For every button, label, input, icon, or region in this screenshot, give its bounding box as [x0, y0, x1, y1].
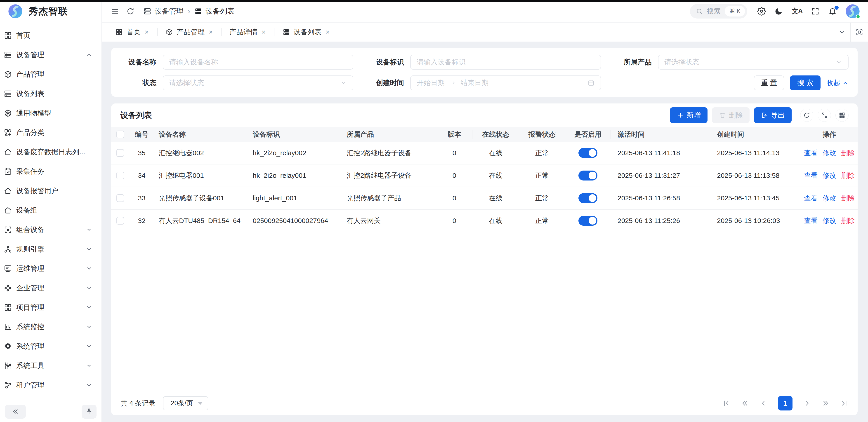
breadcrumb-item-device-list[interactable]: 设备列表 — [194, 6, 235, 16]
delete-link[interactable]: 删除 — [841, 216, 855, 225]
sidebar-item[interactable]: 产品管理 — [4, 66, 98, 82]
column-settings-button[interactable] — [835, 109, 848, 122]
enabled-toggle[interactable] — [579, 170, 597, 181]
add-button[interactable]: 新增 — [670, 107, 708, 123]
enabled-toggle[interactable] — [579, 193, 597, 203]
sidebar-item[interactable]: 设备报警用户 — [4, 183, 98, 199]
cell-product: 光照传感器子产品 — [342, 187, 436, 209]
search-button[interactable]: 搜 索 — [790, 75, 820, 90]
tab-close-icon[interactable]: × — [209, 28, 213, 36]
settings-button[interactable] — [757, 7, 766, 15]
sidebar-item[interactable]: 设备组 — [4, 202, 98, 218]
row-checkbox[interactable] — [116, 149, 124, 157]
delete-button[interactable]: 删除 — [712, 107, 749, 123]
prev-page-button[interactable] — [760, 399, 767, 407]
sidebar-item[interactable]: 规则引擎 — [4, 241, 98, 257]
view-link[interactable]: 查看 — [804, 149, 817, 158]
tab-list-dropdown-button[interactable] — [833, 23, 850, 41]
language-button[interactable]: 文A — [792, 6, 802, 16]
export-button[interactable]: 导出 — [754, 107, 792, 123]
sidebar-item[interactable]: 通用物模型 — [4, 105, 98, 121]
view-link[interactable]: 查看 — [804, 216, 817, 225]
sidebar-pin-button[interactable] — [82, 404, 96, 419]
device-key-input[interactable] — [410, 55, 601, 70]
filter-device-key: 设备标识 — [368, 55, 601, 70]
collapse-filter-link[interactable]: 收起 — [827, 78, 848, 88]
next-page-button[interactable] — [803, 399, 811, 407]
page-refresh-button[interactable] — [126, 7, 135, 15]
column-header-created: 创建时间 — [710, 127, 801, 142]
tab-close-icon[interactable]: × — [261, 28, 266, 36]
tab[interactable]: 首页 × — [107, 23, 157, 41]
sidebar-item[interactable]: 系统工具 — [4, 358, 98, 374]
cell-alarm-status: 正常 — [519, 142, 565, 164]
product-select[interactable]: 请选择状态 — [658, 55, 848, 70]
sidebar-item[interactable]: 企业管理 — [4, 280, 98, 296]
column-header-alarm: 报警状态 — [519, 127, 565, 142]
tab[interactable]: 设备列表 × — [274, 23, 338, 41]
sidebar-item[interactable]: 项目管理 — [4, 299, 98, 315]
edit-link[interactable]: 修改 — [823, 149, 836, 158]
sidebar-toggle-button[interactable] — [111, 7, 119, 15]
device-name-input[interactable] — [163, 55, 353, 70]
tab[interactable]: 产品详情 × — [221, 23, 274, 41]
date-range-picker[interactable]: 开始日期 结束日期 — [410, 75, 601, 90]
view-link[interactable]: 查看 — [804, 171, 817, 180]
enabled-toggle[interactable] — [579, 216, 597, 226]
jump-forward-button[interactable] — [822, 399, 830, 407]
pagination-bar: 共 4 条记录 20条/页 — [111, 391, 858, 415]
page-size-select[interactable]: 20条/页 — [163, 396, 208, 410]
double-chevron-left-icon — [741, 399, 749, 407]
row-checkbox[interactable] — [116, 217, 124, 225]
sidebar-item[interactable]: 组合设备 — [4, 222, 98, 238]
sidebar-collapse-button[interactable] — [5, 404, 26, 419]
app-logo: 秀杰智联 — [0, 0, 101, 23]
sidebar-item[interactable]: 系统监控 — [4, 319, 98, 335]
sidebar-item[interactable]: 产品分类 — [4, 125, 98, 140]
reset-button[interactable]: 重 置 — [754, 75, 784, 90]
select-all-checkbox[interactable] — [116, 131, 124, 138]
current-page-button[interactable]: 1 — [778, 396, 793, 411]
sidebar-item-label: 系统管理 — [16, 342, 86, 351]
row-checkbox[interactable] — [116, 194, 124, 202]
row-checkbox[interactable] — [116, 172, 124, 180]
user-avatar[interactable] — [845, 4, 860, 19]
delete-link[interactable]: 删除 — [841, 194, 855, 203]
sidebar-item[interactable]: 设备管理 — [4, 47, 98, 63]
task-icon — [4, 167, 12, 176]
sidebar-item[interactable]: 系统管理 — [4, 338, 98, 354]
sidebar-item[interactable]: 设备废弃数据日志列... — [4, 144, 98, 160]
view-link[interactable]: 查看 — [804, 194, 817, 203]
sidebar-item[interactable]: 首页 — [4, 28, 98, 43]
global-search-button[interactable]: 搜索 ⌘ K — [690, 4, 747, 19]
content-fullscreen-button[interactable] — [850, 23, 868, 41]
sidebar-item[interactable]: 租户管理 — [4, 377, 98, 393]
sidebar-item[interactable]: 采集任务 — [4, 164, 98, 180]
edit-link[interactable]: 修改 — [823, 194, 836, 203]
sidebar-item-label: 设备组 — [16, 205, 92, 215]
notifications-button[interactable] — [828, 7, 837, 15]
jump-back-button[interactable] — [741, 399, 749, 407]
edit-link[interactable]: 修改 — [823, 171, 836, 180]
tab[interactable]: 产品管理 × — [157, 23, 221, 41]
table-fullscreen-button[interactable] — [818, 109, 831, 122]
tab-close-icon[interactable]: × — [144, 28, 149, 36]
edit-link[interactable]: 修改 — [823, 216, 836, 225]
column-header-enabled: 是否启用 — [565, 127, 611, 142]
fullscreen-button[interactable] — [811, 7, 819, 15]
delete-link[interactable]: 删除 — [841, 171, 855, 180]
table-toolbar: 新增 删除 导出 — [670, 107, 848, 123]
delete-link[interactable]: 删除 — [841, 149, 855, 158]
breadcrumb-item-device-management[interactable]: 设备管理 — [143, 6, 184, 16]
sidebar-item[interactable]: 设备列表 — [4, 86, 98, 102]
tab-close-icon[interactable]: × — [325, 28, 330, 36]
status-select[interactable]: 请选择状态 — [163, 75, 353, 90]
first-page-button[interactable] — [722, 399, 730, 407]
table-refresh-button[interactable] — [800, 109, 813, 122]
cell-actions: 查看 修改 删除 — [801, 142, 858, 164]
enabled-toggle[interactable] — [579, 148, 597, 158]
last-page-button[interactable] — [840, 399, 848, 407]
chevron-down-icon — [838, 28, 846, 36]
dark-mode-button[interactable] — [774, 7, 783, 15]
sidebar-item[interactable]: 运维管理 — [4, 261, 98, 277]
